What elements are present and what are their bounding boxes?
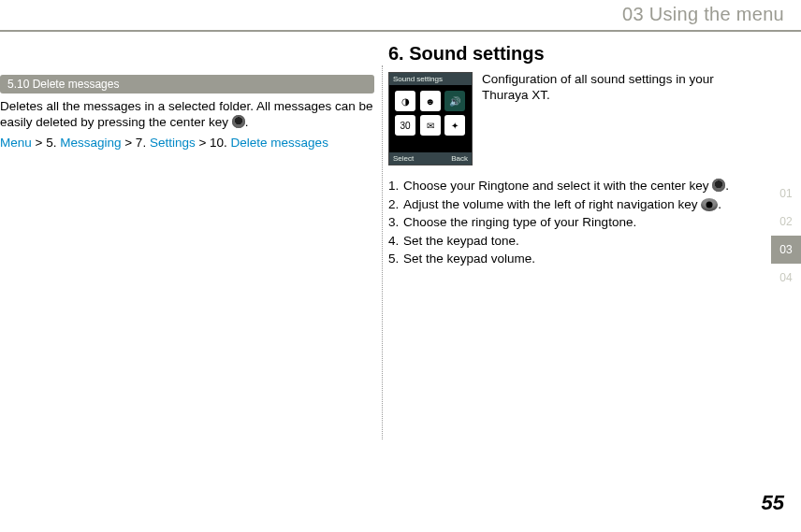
step-text: Choose the ringing type of your Ringtone… bbox=[403, 215, 636, 229]
header-rule bbox=[0, 30, 801, 32]
menu-sound-icon: 🔊 bbox=[444, 91, 465, 111]
list-item: Set the keypad tone. bbox=[388, 232, 763, 251]
menu-contacts-icon: ☻ bbox=[420, 91, 441, 111]
sound-settings-heading: 6. Sound settings bbox=[388, 43, 763, 65]
right-column: 6. Sound settings Sound settings ◑ ☻ 🔊 3… bbox=[388, 37, 763, 268]
crumb-settings: Settings bbox=[150, 136, 196, 150]
menu-compass-icon: ◑ bbox=[395, 91, 415, 111]
crumb-delete: Delete messages bbox=[231, 136, 328, 150]
crumb-sep: > 10. bbox=[196, 136, 231, 150]
navigation-key-icon bbox=[701, 198, 718, 211]
section-heading-delete-messages: 5.10 Delete messages bbox=[0, 75, 374, 93]
crumb-sep: > 5. bbox=[32, 136, 60, 150]
left-column: 5.10 Delete messages Deletes all the mes… bbox=[0, 75, 374, 151]
delete-messages-description: Deletes all the messages in a selected f… bbox=[0, 99, 374, 131]
breadcrumb: Menu > 5. Messaging > 7. Settings > 10. … bbox=[0, 135, 374, 151]
list-item: Adjust the volume with the left of right… bbox=[388, 195, 763, 214]
step-text: Set the keypad tone. bbox=[403, 234, 519, 248]
side-tab-01: 01 bbox=[771, 180, 801, 208]
steps-list: Choose your Ringtone and select it with … bbox=[388, 177, 763, 268]
phone-icon-grid: ◑ ☻ 🔊 30 ✉ ✦ bbox=[389, 85, 472, 141]
body-text-dot: . bbox=[245, 115, 249, 129]
body-text-part: Deletes all the messages in a selected f… bbox=[0, 99, 372, 129]
phone-title-bar: Sound settings bbox=[389, 73, 472, 85]
phone-screenshot: Sound settings ◑ ☻ 🔊 30 ✉ ✦ Select Back bbox=[388, 72, 473, 165]
chapter-header: 03 Using the menu bbox=[622, 0, 801, 29]
phone-and-text-row: Sound settings ◑ ☻ 🔊 30 ✉ ✦ Select Back … bbox=[388, 72, 763, 165]
step-text: Adjust the volume with the left of right… bbox=[403, 197, 701, 211]
list-item: Choose your Ringtone and select it with … bbox=[388, 177, 763, 195]
side-tab-04: 04 bbox=[771, 264, 801, 292]
center-key-icon bbox=[232, 115, 245, 128]
list-item: Choose the ringing type of your Ringtone… bbox=[388, 213, 763, 232]
side-tab-02: 02 bbox=[771, 208, 801, 236]
step-text: Choose your Ringtone and select it with … bbox=[403, 179, 712, 193]
softkey-right: Back bbox=[451, 154, 468, 163]
side-chapter-tabs: 01 02 03 04 bbox=[771, 180, 801, 292]
step-text-end: . bbox=[718, 197, 721, 211]
crumb-menu: Menu bbox=[0, 136, 32, 150]
list-item: Set the keypad volume. bbox=[388, 250, 763, 268]
step-text-end: . bbox=[725, 179, 729, 193]
phone-softkeys: Select Back bbox=[389, 152, 472, 165]
step-text: Set the keypad volume. bbox=[403, 252, 535, 266]
page-number: 55 bbox=[762, 491, 784, 515]
center-key-icon bbox=[712, 179, 725, 192]
menu-calendar-icon: 30 bbox=[395, 115, 415, 136]
crumb-messaging: Messaging bbox=[60, 136, 121, 150]
menu-messages-icon: ✉ bbox=[420, 115, 441, 136]
crumb-sep: > 7. bbox=[121, 136, 149, 150]
column-divider bbox=[382, 65, 383, 439]
sound-settings-description: Configuration of all sound settings in y… bbox=[482, 72, 763, 104]
menu-settings-icon: ✦ bbox=[444, 115, 465, 136]
side-tab-03: 03 bbox=[771, 236, 801, 264]
softkey-left: Select bbox=[393, 154, 414, 163]
